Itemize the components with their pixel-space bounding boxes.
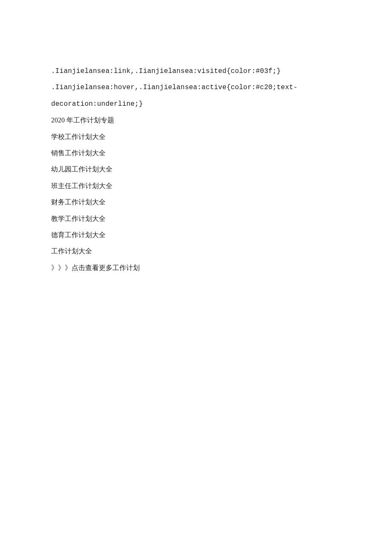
code-line-3: decoration:underline;} (51, 96, 341, 112)
list-item: 财务工作计划大全 (51, 194, 341, 210)
list-item: 2020 年工作计划专题 (51, 112, 341, 128)
document-page: .Iianjielansea:link,.Iianjielansea:visit… (0, 0, 392, 555)
list-item: 班主任工作计划大全 (51, 178, 341, 194)
list-item: 销售工作计划大全 (51, 145, 341, 161)
list-item: 工作计划大全 (51, 243, 341, 259)
list-item: 德育工作计划大全 (51, 227, 341, 243)
more-link-text: 》》》点击查看更多工作计划 (51, 260, 341, 276)
code-line-2: .Iianjielansea:hover,.Iianjielansea:acti… (51, 79, 341, 96)
code-line-1: .Iianjielansea:link,.Iianjielansea:visit… (51, 63, 341, 79)
list-item: 幼儿园工作计划大全 (51, 161, 341, 177)
list-item: 学校工作计划大全 (51, 129, 341, 145)
list-item: 教学工作计划大全 (51, 211, 341, 227)
